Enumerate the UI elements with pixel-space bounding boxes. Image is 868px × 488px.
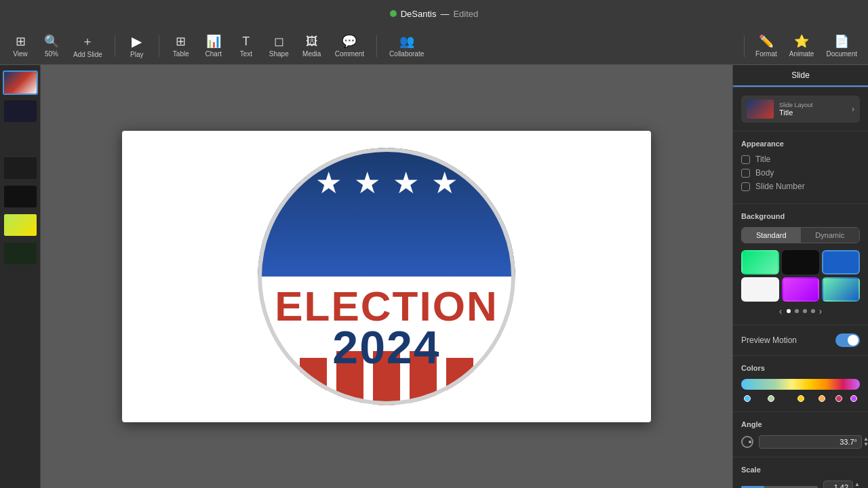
color-stop-1[interactable] [744, 395, 751, 402]
preview-motion-section: Preview Motion [733, 325, 868, 356]
layout-name-label: Title [779, 108, 846, 117]
view-button[interactable]: ⊞ View [5, 31, 35, 60]
main-area: ★ ★ ★ ★ ELECTION 2024 Slide [0, 65, 868, 488]
angle-input[interactable] [759, 435, 862, 449]
play-button[interactable]: ▶ Play [122, 30, 152, 61]
color-stop-6[interactable] [850, 395, 857, 402]
badge-top [258, 148, 515, 277]
slide-thumb-4[interactable] [3, 156, 38, 180]
standard-toggle-btn[interactable]: Standard [742, 228, 801, 243]
angle-dial[interactable] [741, 436, 753, 448]
table-button[interactable]: ⊞ Table [166, 31, 196, 60]
toggle-knob [848, 335, 859, 346]
layout-thumb [747, 100, 774, 119]
colors-stops [741, 394, 860, 403]
bg-swatch-white[interactable] [741, 277, 779, 302]
title-dot [390, 10, 397, 17]
tab-slide[interactable]: Slide [733, 65, 868, 87]
scale-section: Scale ▲ ▼ [733, 458, 868, 488]
edited-label: Edited [453, 9, 478, 19]
slide-number-checkbox[interactable] [741, 182, 750, 191]
zoom-label: 50% [45, 50, 58, 58]
color-stop-5[interactable] [835, 395, 842, 402]
slide-thumb-7[interactable] [3, 241, 38, 266]
zoom-button[interactable]: 🔍 50% [37, 31, 66, 60]
appearance-title-item: Title [741, 155, 860, 164]
shape-button[interactable]: ◻ Shape [264, 31, 294, 60]
canvas-area[interactable]: ★ ★ ★ ★ ELECTION 2024 [41, 65, 732, 488]
text-button[interactable]: T Text [231, 32, 261, 60]
bg-next-arrow[interactable]: › [819, 306, 823, 317]
star-2: ★ [354, 168, 380, 198]
format-icon: ✏️ [759, 34, 774, 49]
colors-title: Colors [741, 364, 860, 372]
angle-title: Angle [741, 420, 860, 428]
slide-thumb-1[interactable] [3, 70, 38, 95]
format-button[interactable]: ✏️ Format [750, 31, 783, 60]
chart-label: Chart [205, 50, 222, 58]
background-navigation: ‹ › [741, 306, 860, 317]
color-stop-4[interactable] [818, 395, 825, 402]
bg-dot-3[interactable] [803, 309, 807, 313]
background-grid [741, 250, 860, 302]
scale-stepper: ▲ ▼ [854, 482, 860, 488]
toolbar-separator-2 [159, 35, 159, 57]
appearance-slide-number-item: Slide Number [741, 182, 860, 191]
view-label: View [13, 50, 28, 58]
comment-icon: 💬 [342, 34, 357, 49]
title-checkbox[interactable] [741, 155, 750, 164]
chart-button[interactable]: 📊 Chart [199, 31, 229, 60]
comment-button[interactable]: 💬 Comment [330, 31, 370, 60]
bg-swatch-purple[interactable] [782, 277, 820, 302]
year-text: 2024 [258, 321, 515, 373]
add-slide-button[interactable]: ＋ Add Slide [68, 30, 108, 61]
shape-label: Shape [269, 50, 289, 58]
bg-dot-4[interactable] [811, 309, 815, 313]
color-stop-2[interactable] [768, 395, 774, 402]
bg-prev-arrow[interactable]: ‹ [779, 306, 783, 317]
background-section: Background Standard Dynamic ‹ › [733, 204, 868, 325]
slide-number-label: Slide Number [755, 182, 805, 191]
layout-type-label: Slide Layout [779, 102, 846, 108]
bg-swatch-teal[interactable] [822, 277, 860, 302]
bg-swatch-blue[interactable] [822, 250, 860, 274]
media-button[interactable]: 🖼 Media [297, 32, 327, 60]
slide-thumb-5[interactable] [3, 184, 38, 209]
titlebar: DeSantis — Edited [0, 0, 868, 27]
panel-tabs: Slide [733, 65, 868, 87]
angle-row: ▲ ▼ [741, 435, 860, 449]
bg-dot-1[interactable] [787, 309, 791, 313]
slide-thumb-6[interactable] [3, 213, 38, 237]
bg-swatch-green[interactable] [741, 250, 779, 274]
scale-input[interactable] [823, 481, 853, 488]
slide-thumb-3[interactable] [3, 127, 38, 152]
document-label: Document [826, 50, 857, 58]
body-checkbox[interactable] [741, 169, 750, 178]
angle-stepper-down[interactable]: ▼ [863, 442, 868, 447]
colors-gradient[interactable] [741, 379, 860, 390]
colors-section: Colors [733, 356, 868, 412]
play-label: Play [130, 51, 143, 58]
badge-stars: ★ ★ ★ ★ [258, 168, 515, 198]
chart-icon: 📊 [206, 34, 221, 49]
bg-dot-2[interactable] [795, 309, 799, 313]
collaborate-button[interactable]: 👥 Collaborate [384, 31, 429, 60]
text-label: Text [240, 50, 252, 58]
body-appearance-label: Body [755, 168, 774, 178]
angle-dot [749, 441, 751, 443]
document-button[interactable]: 📄 Document [821, 31, 863, 60]
bg-swatch-black[interactable] [782, 250, 820, 274]
preview-motion-toggle[interactable] [835, 333, 860, 347]
comment-label: Comment [335, 50, 364, 58]
toolbar-separator-4 [744, 35, 745, 57]
star-1: ★ [315, 168, 342, 198]
animate-button[interactable]: ⭐ Animate [784, 31, 820, 60]
slide-layout-row[interactable]: Slide Layout Title › [741, 96, 860, 123]
slide-thumb-2[interactable] [3, 99, 38, 123]
toolbar: ⊞ View 🔍 50% ＋ Add Slide ▶ Play ⊞ Table … [0, 27, 868, 65]
dynamic-toggle-btn[interactable]: Dynamic [801, 228, 860, 243]
appearance-title: Appearance [741, 140, 860, 148]
color-stop-3[interactable] [797, 395, 804, 402]
media-label: Media [302, 50, 321, 58]
slide-panel [0, 65, 41, 488]
